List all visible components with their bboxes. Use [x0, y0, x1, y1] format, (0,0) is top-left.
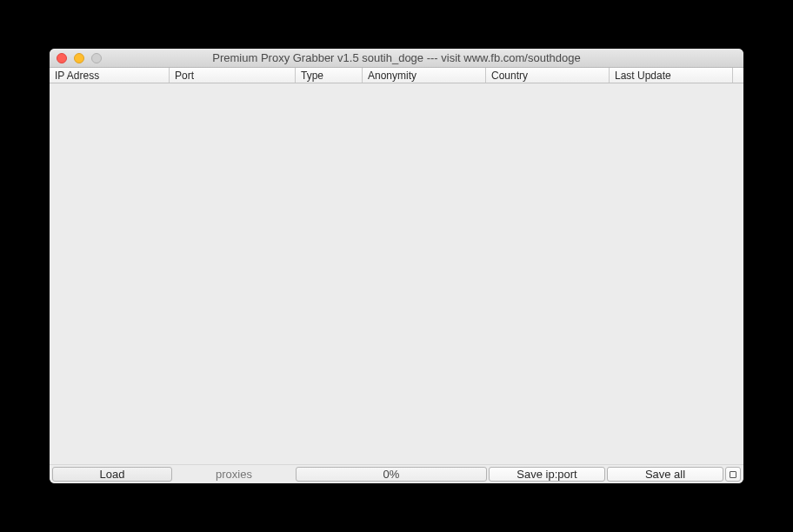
- bottom-toolbar: Load proxies 0% Save ip:port Save all: [50, 464, 743, 483]
- minimize-icon[interactable]: [74, 53, 84, 63]
- proxies-label: proxies: [173, 465, 295, 483]
- close-icon[interactable]: [57, 53, 67, 63]
- column-header-type[interactable]: Type: [296, 68, 363, 83]
- maximize-icon[interactable]: [91, 53, 102, 63]
- column-header-last-update[interactable]: Last Update: [610, 68, 733, 83]
- window-title: Premium Proxy Grabber v1.5 soutih_doge -…: [50, 51, 743, 64]
- titlebar[interactable]: Premium Proxy Grabber v1.5 soutih_doge -…: [50, 49, 743, 68]
- column-header-ip[interactable]: IP Adress: [50, 68, 170, 83]
- column-header-tail: [733, 68, 743, 83]
- save-all-button[interactable]: Save all: [607, 467, 723, 482]
- progress-bar: 0%: [296, 467, 487, 482]
- table-header: IP Adress Port Type Anonymity Country La…: [50, 68, 743, 83]
- column-header-anonymity[interactable]: Anonymity: [363, 68, 486, 83]
- table-body: [50, 83, 743, 464]
- app-window: Premium Proxy Grabber v1.5 soutih_doge -…: [50, 49, 743, 483]
- save-ip-port-button[interactable]: Save ip:port: [489, 467, 605, 482]
- column-header-country[interactable]: Country: [486, 68, 610, 83]
- progress-text: 0%: [383, 468, 400, 481]
- load-button[interactable]: Load: [52, 467, 172, 482]
- stop-button[interactable]: [725, 467, 741, 482]
- column-header-port[interactable]: Port: [170, 68, 296, 83]
- stop-icon: [730, 471, 736, 478]
- traffic-lights: [57, 53, 102, 63]
